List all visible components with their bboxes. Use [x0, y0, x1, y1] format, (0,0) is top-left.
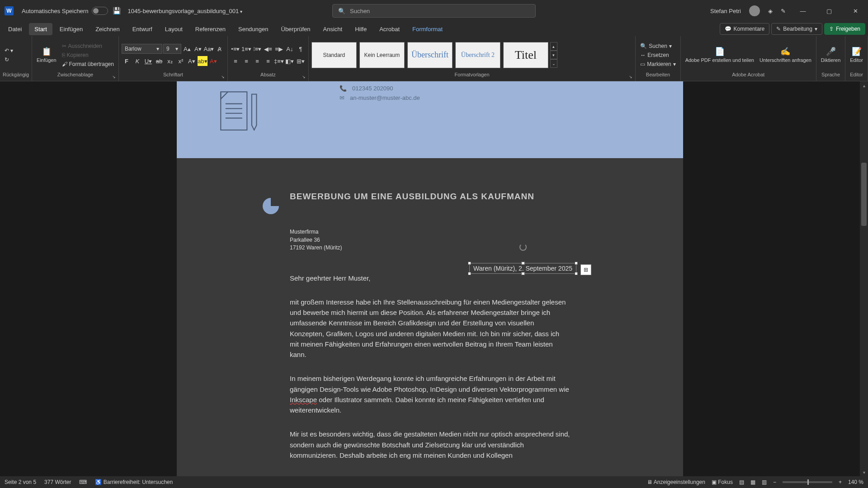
zoom-in-button[interactable]: + [839, 479, 842, 485]
underline-button[interactable]: U▾ [143, 56, 153, 66]
format-painter-button[interactable]: 🖌 Format übertragen [60, 60, 116, 68]
style-standard[interactable]: Standard [311, 42, 357, 68]
text-effects-button[interactable]: A▾ [187, 56, 197, 66]
vertical-scrollbar[interactable]: ▴ ▾ [860, 81, 868, 476]
font-size-combo[interactable]: 9▾ [163, 44, 181, 54]
document-name[interactable]: 1045-bewerbungsvorlage_ausbildung_001 [127, 8, 242, 14]
language-icon[interactable]: ⌨ [79, 479, 87, 485]
main-heading[interactable]: BEWERBUNG UM EINE AUSBILDUNG ALS KAUFMAN… [290, 190, 570, 203]
highlight-button[interactable]: ab▾ [198, 56, 208, 66]
undo-button[interactable]: ↶ ▾ [3, 47, 15, 55]
cut-button[interactable]: ✂ Ausschneiden [60, 42, 116, 50]
zoom-slider[interactable] [783, 481, 832, 483]
tab-einfuegen[interactable]: Einfügen [54, 23, 88, 35]
tab-hilfe[interactable]: Hilfe [349, 23, 372, 35]
resize-handle[interactable] [521, 272, 524, 275]
tab-layout[interactable]: Layout [160, 23, 188, 35]
change-case-button[interactable]: Aa▾ [204, 44, 214, 54]
tab-ansicht[interactable]: Ansicht [318, 23, 348, 35]
align-left-button[interactable]: ≡ [231, 56, 241, 66]
font-name-combo[interactable]: Barlow▾ [122, 44, 162, 54]
bullets-button[interactable]: •≡▾ [231, 44, 241, 54]
align-right-button[interactable]: ≡ [252, 56, 262, 66]
styles-launcher-icon[interactable]: ↘ [629, 75, 632, 79]
minimize-button[interactable]: — [794, 2, 812, 20]
font-color-button[interactable]: A▾ [208, 56, 218, 66]
body-paragraph-1[interactable]: mit großem Interesse habe ich Ihre Stell… [290, 297, 570, 360]
italic-button[interactable]: K [132, 56, 142, 66]
rotate-handle[interactable] [519, 244, 527, 251]
find-button[interactable]: 🔍 Suchen ▾ [638, 42, 677, 50]
style-heading1[interactable]: Überschrift [407, 42, 453, 68]
shading-button[interactable]: ◧▾ [285, 56, 295, 66]
dictate-button[interactable]: 🎤Diktieren [819, 46, 842, 64]
editing-mode-button[interactable]: ✎ Bearbeitung ▾ [771, 23, 822, 35]
select-button[interactable]: ▭ Markieren ▾ [638, 60, 677, 68]
pen-icon[interactable]: ✎ [781, 8, 786, 14]
adobe-create-pdf-button[interactable]: 📄Adobe PDF erstellen und teilen [684, 46, 756, 64]
tab-sendungen[interactable]: Sendungen [233, 23, 274, 35]
adobe-sign-button[interactable]: ✍Unterschriften anfragen [758, 46, 813, 64]
word-count[interactable]: 377 Wörter [44, 479, 71, 485]
tab-acrobat[interactable]: Acrobat [374, 23, 405, 35]
autosave-toggle[interactable] [92, 7, 108, 15]
clear-format-button[interactable]: A̷ [215, 44, 225, 54]
increase-indent-button[interactable]: ≡▶ [274, 44, 284, 54]
style-heading2[interactable]: Überschrift 2 [455, 42, 500, 68]
sort-button[interactable]: A↓ [285, 44, 295, 54]
scroll-thumb[interactable] [861, 163, 867, 226]
accessibility-status[interactable]: ♿ Barrierefreiheit: Untersuchen [95, 479, 173, 485]
subscript-button[interactable]: x₂ [165, 56, 175, 66]
show-marks-button[interactable]: ¶ [296, 44, 306, 54]
font-launcher-icon[interactable]: ↘ [221, 75, 225, 79]
read-mode-icon[interactable]: ▤ [739, 479, 744, 485]
increase-font-button[interactable]: A▴ [182, 44, 192, 54]
body-paragraph-2[interactable]: In meinem bisherigen Werdegang konnte ic… [290, 373, 570, 415]
tab-datei[interactable]: Datei [3, 23, 27, 35]
paste-button[interactable]: 📋Einfügen [35, 46, 58, 64]
editor-button[interactable]: 📝Editor [848, 46, 865, 64]
scroll-down-icon[interactable]: ▾ [860, 468, 868, 476]
spelling-error[interactable]: Inkscape [290, 396, 317, 404]
tab-start[interactable]: Start [29, 23, 52, 35]
document-page[interactable]: 📞012345 202090 ✉an-muster@muster-abc.de … [177, 81, 683, 476]
resize-handle[interactable] [575, 262, 578, 265]
para-launcher-icon[interactable]: ↘ [302, 75, 306, 79]
line-spacing-button[interactable]: ‡≡▾ [274, 56, 284, 66]
resize-handle[interactable] [468, 262, 471, 265]
clipboard-launcher-icon[interactable]: ↘ [112, 75, 116, 79]
decrease-indent-button[interactable]: ◀≡ [263, 44, 273, 54]
multilevel-button[interactable]: ⁝≡▾ [252, 44, 262, 54]
style-title[interactable]: Titel [503, 42, 548, 68]
tab-zeichnen[interactable]: Zeichnen [90, 23, 125, 35]
page-indicator[interactable]: Seite 2 von 5 [5, 479, 36, 485]
focus-button[interactable]: ▣ Fokus [712, 479, 733, 485]
recipient-address[interactable]: Musterfirma Parkallee 36 17192 Waren (Mü… [290, 228, 570, 252]
close-button[interactable]: ✕ [846, 2, 864, 20]
bold-button[interactable]: F [122, 56, 132, 66]
align-center-button[interactable]: ≡ [241, 56, 251, 66]
decrease-font-button[interactable]: A▾ [193, 44, 203, 54]
zoom-out-button[interactable]: − [773, 479, 776, 485]
user-avatar[interactable] [749, 5, 760, 16]
body-paragraph-3[interactable]: Mir ist es besonders wichtig, dass die g… [290, 429, 570, 460]
comments-button[interactable]: 💬 Kommentare [720, 23, 770, 35]
replace-button[interactable]: ↔ Ersetzen [638, 51, 677, 59]
tab-entwurf[interactable]: Entwurf [127, 23, 158, 35]
date-text-box[interactable]: Waren (Müritz), 2. September 2025 ⊞ [469, 263, 576, 274]
share-button[interactable]: ⇪ Freigeben [824, 23, 865, 35]
resize-handle[interactable] [468, 272, 471, 275]
strike-button[interactable]: ab [154, 56, 164, 66]
tab-ueberpruefen[interactable]: Überprüfen [276, 23, 316, 35]
greeting-line[interactable]: Sehr geehrter Herr Muster, [290, 273, 570, 283]
date-text[interactable]: Waren (Müritz), 2. September 2025 [473, 265, 572, 272]
diamond-icon[interactable]: ◈ [768, 8, 773, 14]
maximize-button[interactable]: ▢ [820, 2, 838, 20]
save-icon[interactable]: 💾 [113, 7, 121, 15]
resize-handle[interactable] [521, 262, 524, 265]
tab-referenzen[interactable]: Referenzen [190, 23, 231, 35]
resize-handle[interactable] [575, 272, 578, 275]
redo-button[interactable]: ↻ [3, 56, 15, 64]
copy-button[interactable]: ⎘ Kopieren [60, 51, 116, 59]
justify-button[interactable]: ≡ [263, 56, 273, 66]
